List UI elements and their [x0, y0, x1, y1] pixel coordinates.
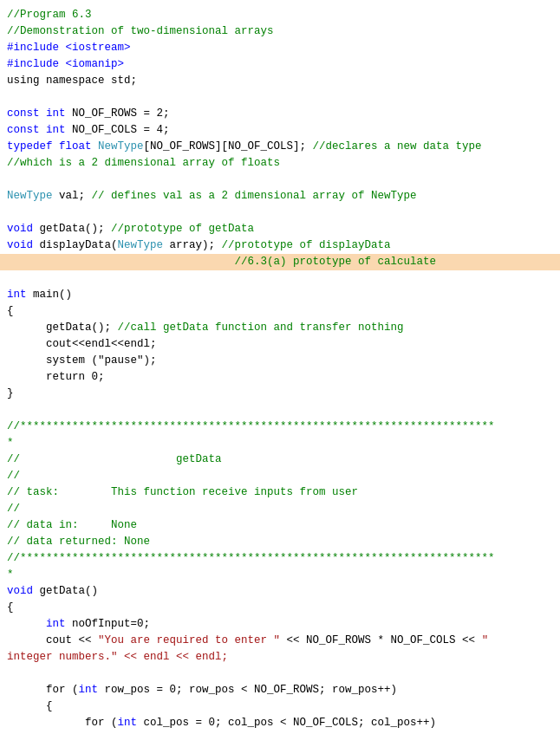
- code-line: //which is a 2 dimensional array of floa…: [0, 155, 560, 172]
- line-content: [7, 205, 553, 221]
- line-content: //**************************************…: [7, 550, 553, 567]
- code-line: // task: This function receive inputs fr…: [0, 484, 560, 501]
- code-line: for (int row_pos = 0; row_pos < NO_OF_RO…: [0, 682, 560, 698]
- code-line: // data returned: None: [0, 534, 560, 550]
- line-content: int main(): [7, 287, 553, 303]
- code-line: {: [0, 303, 560, 320]
- code-line: //: [0, 468, 560, 484]
- code-line: //: [0, 501, 560, 517]
- line-content: return 0;: [7, 369, 553, 386]
- code-line: system ("pause");: [0, 353, 560, 369]
- code-line: //**************************************…: [0, 419, 560, 435]
- line-content: for (int row_pos = 0; row_pos < NO_OF_RO…: [7, 682, 553, 698]
- line-content: using namespace std;: [7, 73, 553, 89]
- line-content: //Demonstration of two-dimensional array…: [7, 23, 553, 40]
- line-content: NewType val; // defines val as a 2 dimen…: [7, 188, 553, 205]
- code-line: [0, 89, 560, 106]
- code-line: {: [0, 698, 560, 715]
- code-line: typedef float NewType[NO_OF_ROWS][NO_OF_…: [0, 139, 560, 155]
- code-line: [0, 666, 560, 682]
- code-line: int main(): [0, 287, 560, 303]
- line-content: [7, 270, 553, 287]
- line-content: // data returned: None: [7, 534, 553, 550]
- line-content: {: [7, 303, 553, 320]
- code-line: NewType val; // defines val as a 2 dimen…: [0, 188, 560, 205]
- line-content: //**************************************…: [7, 419, 553, 435]
- line-content: void getData(): [7, 583, 553, 600]
- line-content: //which is a 2 dimensional array of floa…: [7, 155, 553, 172]
- line-content: getData(); //call getData function and t…: [7, 320, 553, 336]
- line-content: }: [7, 386, 553, 402]
- line-content: [7, 172, 553, 188]
- line-content: //: [7, 468, 553, 484]
- code-line: //6.3(a) prototype of calculate: [0, 254, 560, 270]
- code-line: //**************************************…: [0, 550, 560, 567]
- code-line: using namespace std;: [0, 73, 560, 89]
- line-content: // task: This function receive inputs fr…: [7, 484, 553, 501]
- line-content: integer numbers." << endl << endl;: [7, 649, 553, 666]
- code-line: cout << "You are required to enter " << …: [0, 633, 560, 649]
- code-line: [0, 205, 560, 221]
- line-content: //6.3(a) prototype of calculate: [7, 254, 553, 270]
- code-line: #include <iomanip>: [0, 56, 560, 73]
- line-content: [7, 666, 553, 682]
- code-line: int noOfInput=0;: [0, 616, 560, 633]
- line-content: void getData(); //prototype of getData: [7, 221, 553, 237]
- code-line: cout<<endl<<endl;: [0, 336, 560, 353]
- code-line: {: [0, 600, 560, 616]
- code-line: //Program 6.3: [0, 7, 560, 23]
- line-content: cout<<endl<<endl;: [7, 336, 553, 353]
- line-content: // getData: [7, 451, 553, 468]
- code-line: [0, 270, 560, 287]
- code-line: [0, 172, 560, 188]
- code-line: integer numbers." << endl << endl;: [0, 649, 560, 666]
- code-line: [0, 402, 560, 419]
- line-content: #include <iomanip>: [7, 56, 553, 73]
- code-line: *: [0, 435, 560, 451]
- code-line: }: [0, 386, 560, 402]
- line-content: *: [7, 567, 553, 583]
- line-content: [7, 89, 553, 106]
- code-line: #include <iostream>: [0, 40, 560, 56]
- line-content: cout << "You are required to enter " << …: [7, 633, 553, 649]
- line-content: #include <iostream>: [7, 40, 553, 56]
- code-line: getData(); //call getData function and t…: [0, 320, 560, 336]
- line-content: [7, 402, 553, 419]
- line-content: // data in: None: [7, 517, 553, 534]
- code-line: void getData(): [0, 583, 560, 600]
- line-content: typedef float NewType[NO_OF_ROWS][NO_OF_…: [7, 139, 553, 155]
- line-content: const int NO_OF_COLS = 4;: [7, 122, 553, 139]
- line-content: //: [7, 501, 553, 517]
- line-content: void displayData(NewType array); //proto…: [7, 237, 553, 254]
- code-line: void displayData(NewType array); //proto…: [0, 237, 560, 254]
- code-line: const int NO_OF_ROWS = 2;: [0, 106, 560, 122]
- code-line: void getData(); //prototype of getData: [0, 221, 560, 237]
- line-content: {: [7, 698, 553, 715]
- code-line: *: [0, 567, 560, 583]
- line-content: *: [7, 435, 553, 451]
- code-line: return 0;: [0, 369, 560, 386]
- code-line: for (int col_pos = 0; col_pos < NO_OF_CO…: [0, 715, 560, 731]
- code-line: // getData: [0, 451, 560, 468]
- line-content: system ("pause");: [7, 353, 553, 369]
- line-content: //Program 6.3: [7, 7, 553, 23]
- code-line: // data in: None: [0, 517, 560, 534]
- line-content: int noOfInput=0;: [7, 616, 553, 633]
- code-editor: //Program 6.3//Demonstration of two-dime…: [0, 0, 560, 734]
- code-line: const int NO_OF_COLS = 4;: [0, 122, 560, 139]
- line-content: const int NO_OF_ROWS = 2;: [7, 106, 553, 122]
- code-line: //Demonstration of two-dimensional array…: [0, 23, 560, 40]
- line-content: for (int col_pos = 0; col_pos < NO_OF_CO…: [7, 715, 553, 731]
- line-content: {: [7, 600, 553, 616]
